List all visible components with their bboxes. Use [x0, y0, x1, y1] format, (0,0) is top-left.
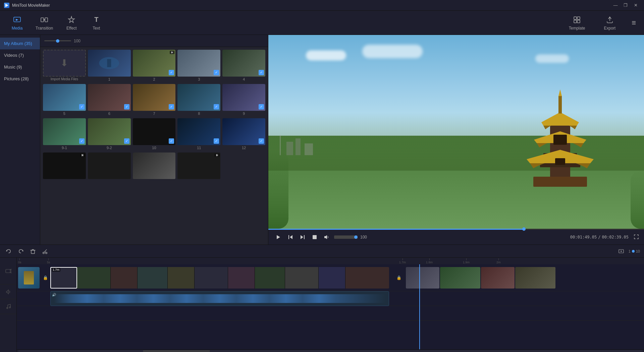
media-item-10[interactable]: ✓ 10	[133, 118, 176, 150]
media-check-9-1: ✓	[79, 138, 85, 144]
media-check-7: ✓	[169, 104, 174, 109]
media-thumb-9-2: ✓	[88, 118, 131, 145]
svg-marker-28	[301, 235, 303, 239]
ruler-label-5s: 5s	[47, 261, 50, 264]
toolbar-export-label: Export	[604, 26, 615, 31]
ruler-mark-5s: 5s	[47, 258, 50, 264]
hamburger-button[interactable]: ≡	[629, 16, 639, 30]
preview-controls: 100 00:01:49.05 / 00:02:39.05	[268, 230, 644, 245]
media-item-8[interactable]: ✓ 8	[177, 84, 220, 116]
zoom-min-label: 1	[629, 249, 631, 253]
media-label-7: 7	[133, 111, 176, 116]
volume-slider[interactable]	[334, 235, 358, 239]
step-back-button[interactable]	[286, 232, 295, 242]
media-label-6: 6	[88, 111, 131, 116]
media-item-1[interactable]: 1	[88, 50, 131, 82]
scrollbar-thumb[interactable]	[143, 350, 210, 352]
media-item-9-2[interactable]: ✓ 9-2	[88, 118, 131, 150]
delete-button[interactable]	[28, 247, 38, 256]
media-item-2[interactable]: ✓ 2	[133, 50, 176, 82]
stop-button[interactable]	[310, 232, 319, 242]
preview-progress-thumb	[522, 227, 526, 231]
step-forward-button[interactable]	[298, 232, 307, 242]
ruler-tick-1-8m	[429, 258, 430, 260]
restore-button[interactable]: ❐	[621, 2, 630, 8]
add-track-button[interactable]	[616, 247, 626, 256]
media-thumb-4: ✓	[222, 50, 265, 77]
zoom-value-label: 100	[74, 39, 80, 43]
minimize-button[interactable]: —	[611, 2, 620, 8]
toolbar-template[interactable]: Template	[564, 13, 591, 33]
toolbar-right: Template Export ≡	[564, 13, 639, 33]
media-thumb-8: ✓	[177, 84, 220, 111]
video-track-icon	[0, 258, 16, 284]
media-item-7[interactable]: ✓ 7	[133, 84, 176, 116]
play-button[interactable]	[274, 232, 283, 242]
preview-progress[interactable]	[268, 229, 644, 230]
media-item-15[interactable]	[133, 152, 176, 181]
svg-marker-26	[290, 235, 292, 239]
svg-rect-37	[6, 269, 10, 273]
cut-button[interactable]	[40, 247, 50, 256]
ruler-label-1-9m: 1.9m	[463, 261, 470, 264]
titlebar-left: MiniTool MovieMaker	[4, 3, 50, 8]
svg-rect-23	[555, 158, 565, 165]
media-item-11[interactable]: ✓ 11	[177, 118, 220, 150]
media-item-4[interactable]: ✓ 4	[222, 50, 265, 82]
import-media-button[interactable]: ⬇ Import Media Files	[43, 50, 86, 82]
media-check-2: ✓	[169, 70, 174, 75]
toolbar-export[interactable]: Export	[598, 13, 621, 33]
selected-strip	[50, 267, 77, 289]
media-thumb-14	[88, 152, 131, 179]
media-item-12[interactable]: ✓ 12	[222, 118, 265, 150]
toolbar-media[interactable]: Media	[5, 13, 29, 33]
media-check-10: ✓	[169, 138, 174, 144]
video-strip[interactable]: 1.7m	[50, 267, 389, 289]
fullscreen-button[interactable]	[634, 234, 639, 240]
timeline-left-panel	[0, 258, 17, 352]
extra-strip-1	[406, 267, 439, 289]
close-button[interactable]: ✕	[631, 2, 640, 8]
redo-button[interactable]	[16, 247, 25, 256]
media-label-15	[133, 179, 176, 180]
timeline-scrollbar[interactable]	[17, 349, 644, 352]
zoom-max-label: 10	[636, 249, 640, 253]
preview-progress-fill	[268, 229, 524, 230]
ruler-tick-2m	[498, 258, 499, 260]
volume-button[interactable]	[322, 232, 331, 242]
import-label: Import Media Files	[43, 77, 86, 82]
toolbar-text[interactable]: T Text	[85, 13, 108, 33]
media-thumb-5: ✓	[43, 84, 86, 111]
toolbar-template-label: Template	[569, 26, 585, 31]
sidebar-item-music[interactable]: Music (9)	[0, 61, 40, 73]
media-item-6[interactable]: ✓ 6	[88, 84, 131, 116]
sidebar-item-my-album[interactable]: My Album (35)	[0, 38, 40, 49]
undo-button[interactable]	[4, 247, 13, 256]
sidebar-item-videos[interactable]: Videos (7)	[0, 49, 40, 61]
extra-strips	[406, 267, 555, 289]
waveform-visual	[54, 294, 385, 303]
svg-rect-29	[313, 235, 317, 239]
strip-segment-11	[345, 267, 389, 289]
media-item-3[interactable]: ✓ 3	[177, 50, 220, 82]
ruler-tick-1-7m	[402, 258, 403, 260]
media-label-14	[88, 179, 131, 180]
media-item-9-1[interactable]: ✓ 9-1	[43, 118, 86, 150]
ruler-label-1-7m: 1.7m	[399, 261, 406, 264]
playhead[interactable]	[419, 264, 420, 349]
sidebar-item-pictures[interactable]: Pictures (28)	[0, 73, 40, 85]
svg-rect-27	[304, 235, 305, 239]
transition-icon	[40, 15, 49, 25]
media-item-14[interactable]	[88, 152, 131, 181]
media-item-16[interactable]	[177, 152, 220, 181]
media-item-9[interactable]: ✓ 9	[222, 84, 265, 116]
media-item-5[interactable]: ✓ 5	[43, 84, 86, 116]
svg-rect-2	[41, 18, 44, 22]
toolbar-effect[interactable]: Effect	[60, 13, 83, 33]
strip-segment-5	[168, 267, 195, 289]
zoom-slider[interactable]	[44, 40, 71, 41]
strip-lock-icon: 🔒	[43, 275, 48, 280]
svg-rect-5	[577, 17, 580, 19]
toolbar-transition[interactable]: Transition	[30, 13, 58, 33]
media-item-13[interactable]	[43, 152, 86, 181]
